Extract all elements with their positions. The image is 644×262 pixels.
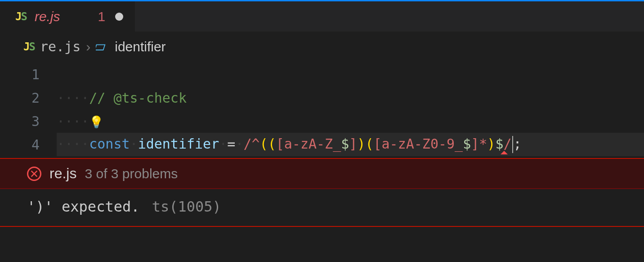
error-icon bbox=[27, 167, 41, 181]
javascript-file-icon: JS bbox=[23, 41, 35, 53]
text-cursor bbox=[512, 136, 513, 153]
tab-error-count-badge: 1 bbox=[98, 9, 106, 24]
line-number: 4 bbox=[0, 137, 57, 153]
line-number: 3 bbox=[0, 113, 57, 129]
problems-filename: re.js bbox=[49, 165, 76, 182]
problems-counter: 3 of 3 problems bbox=[85, 166, 178, 181]
problem-detail-row[interactable]: ')' expected. ts(1005) bbox=[0, 189, 644, 227]
code-editor[interactable]: 1 2 ····// @ts-check 3 ····💡 4 ····const… bbox=[0, 60, 644, 158]
svg-rect-0 bbox=[96, 45, 105, 50]
tab-filename: re.js bbox=[35, 9, 60, 24]
javascript-file-icon: JS bbox=[15, 10, 27, 23]
unsaved-indicator-icon[interactable] bbox=[115, 13, 123, 21]
code-line[interactable]: 3 ····💡 bbox=[0, 109, 644, 133]
tab-bar: JS re.js 1 bbox=[0, 0, 644, 32]
breadcrumb: JS re.js › identifier bbox=[0, 32, 644, 60]
problems-peek-header[interactable]: re.js 3 of 3 problems bbox=[0, 158, 644, 189]
line-number: 2 bbox=[0, 90, 57, 106]
breadcrumb-symbol[interactable]: identifier bbox=[115, 39, 165, 54]
code-content: ····// @ts-check bbox=[57, 90, 187, 106]
editor-tab[interactable]: JS re.js 1 bbox=[0, 1, 135, 32]
code-content: ····💡 bbox=[57, 113, 103, 129]
variable-symbol-icon bbox=[96, 41, 108, 53]
breadcrumb-file[interactable]: re.js bbox=[40, 39, 80, 54]
problem-source-code: ts(1005) bbox=[152, 198, 221, 215]
lightbulb-icon[interactable]: 💡 bbox=[89, 115, 103, 129]
line-number: 1 bbox=[0, 67, 57, 82]
code-line[interactable]: 2 ····// @ts-check bbox=[0, 86, 644, 109]
chevron-right-icon: › bbox=[86, 39, 90, 54]
regex-body: (([a-zA-Z_$])([a-zA-Z0-9_$]*)$ bbox=[260, 136, 504, 152]
problem-message: ')' expected. bbox=[27, 198, 139, 215]
code-line[interactable]: 4 ····const·identifier·=·/^(([a-zA-Z_$])… bbox=[0, 133, 644, 156]
code-line[interactable]: 1 bbox=[0, 63, 644, 86]
code-content: ····const·identifier·=·/^(([a-zA-Z_$])([… bbox=[57, 136, 522, 154]
